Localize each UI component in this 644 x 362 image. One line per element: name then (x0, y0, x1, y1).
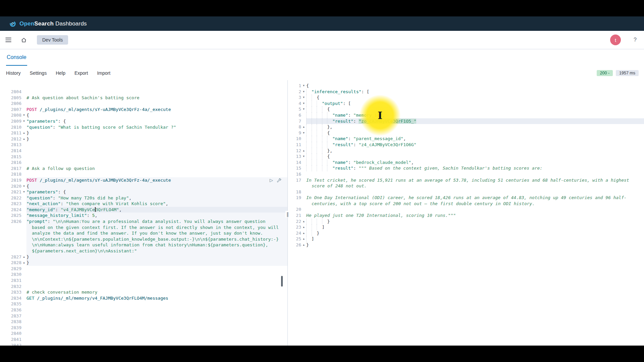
fold-toggle-icon[interactable]: ▴ (301, 230, 306, 236)
code-text[interactable]: "inference_results": [ (306, 89, 644, 95)
code-text[interactable]: In One Day International (ODI) career, h… (306, 195, 644, 206)
fold-toggle-icon[interactable]: ▾ (301, 106, 306, 112)
code-line-2823[interactable]: 2823"next_action": "then compare with Vi… (0, 201, 287, 207)
code-text[interactable] (26, 325, 287, 331)
code-text[interactable]: } (306, 230, 644, 236)
code-text[interactable] (306, 189, 644, 195)
code-text[interactable]: { (306, 106, 644, 112)
code-text[interactable] (306, 206, 644, 213)
code-line-2816[interactable]: 2816 (0, 160, 287, 166)
fold-toggle-icon[interactable]: ▴ (301, 236, 306, 242)
code-line-2813[interactable]: 2813 (0, 142, 287, 148)
code-line-2806[interactable]: 2806 (0, 101, 287, 107)
code-line-7[interactable]: 7"result": "zo_cAJMByVCe3QrF1O5_" (288, 118, 644, 124)
code-line-2814[interactable]: 2814 (0, 148, 287, 154)
code-text[interactable]: } (26, 260, 287, 266)
code-line-2817[interactable]: 2817# Ask a follow up question (0, 166, 287, 172)
code-text[interactable]: { (26, 112, 287, 118)
home-icon[interactable] (21, 37, 27, 43)
code-line-2820[interactable]: 2820▾{ (0, 183, 287, 189)
fold-toggle-icon[interactable]: ▾ (21, 112, 26, 118)
code-line-2835[interactable]: 2835 (0, 301, 287, 307)
code-text[interactable] (26, 154, 287, 160)
code-line-16[interactable]: 16 (288, 171, 644, 177)
code-line-9[interactable]: 9▾{ (288, 130, 644, 136)
fold-toggle-icon[interactable]: ▾ (301, 154, 306, 160)
code-line-21[interactable]: 21He played just one T20 International, … (288, 213, 644, 219)
code-text[interactable]: "result": """ Based on the context given… (306, 165, 644, 171)
code-line-5[interactable]: 5▾{ (288, 106, 644, 112)
code-text[interactable]: "result": "z4_cAJMByVCe3QrF1O6G" (306, 142, 644, 148)
fold-toggle-icon[interactable]: ▾ (301, 130, 306, 136)
menu-import[interactable]: Import (97, 70, 110, 76)
code-text[interactable]: ] (306, 224, 644, 230)
code-text[interactable]: "next_action": "then compare with Virat … (26, 201, 287, 207)
send-request-icon[interactable]: ▷ (270, 177, 273, 183)
code-line-10[interactable]: 10"name": "parent_message_id", (288, 136, 644, 142)
code-line-2821[interactable]: 2821▾"parameters": { (0, 189, 287, 195)
code-text[interactable]: "prompt": "\n\nHuman:You are a professio… (26, 219, 287, 254)
fold-toggle-icon[interactable]: ▴ (21, 260, 26, 266)
fold-toggle-icon[interactable]: ▾ (301, 83, 306, 89)
code-text[interactable]: }, (306, 124, 644, 130)
hamburger-menu-icon[interactable] (5, 38, 11, 42)
code-text[interactable]: } (26, 254, 287, 260)
menu-export[interactable]: Export (74, 70, 88, 76)
code-text[interactable]: "name": "bedrock_claude_model", (306, 160, 644, 166)
code-line-2838[interactable]: 2838 (0, 319, 287, 325)
code-line-23[interactable]: 23▴] (288, 224, 644, 230)
code-text[interactable] (26, 301, 287, 307)
code-text[interactable]: } (26, 130, 287, 136)
code-line-14[interactable]: 14"name": "bedrock_claude_model", (288, 160, 644, 166)
code-text[interactable] (26, 278, 287, 284)
code-line-2836[interactable]: 2836 (0, 307, 287, 313)
code-line-26[interactable]: 26▴} (288, 242, 644, 248)
code-line-2[interactable]: 2▾"inference_results": [ (288, 89, 644, 95)
code-text[interactable] (26, 142, 287, 148)
code-line-2837[interactable]: 2837 (0, 313, 287, 319)
help-icon[interactable]: ? (632, 37, 639, 43)
code-line-22[interactable]: 22▴} (288, 219, 644, 225)
fold-toggle-icon[interactable]: ▴ (21, 254, 26, 260)
fold-toggle-icon[interactable]: ▴ (301, 148, 306, 154)
code-line-2805[interactable]: 2805# Ask question about Sachin's battin… (0, 95, 287, 101)
code-text[interactable]: "parameters": { (26, 189, 287, 195)
code-line-2832[interactable]: 2832 (0, 284, 287, 290)
breadcrumb-dev-tools[interactable]: Dev Tools (37, 35, 68, 45)
code-text[interactable]: { (306, 130, 644, 136)
code-text[interactable]: "message_history_limit": 5, (26, 213, 287, 219)
code-text[interactable]: { (26, 183, 287, 189)
code-text[interactable]: "output": [ (306, 101, 644, 107)
fold-toggle-icon[interactable]: ▾ (21, 183, 26, 189)
fold-toggle-icon[interactable]: ▴ (21, 136, 26, 142)
code-text[interactable]: "name": "parent_message_id", (306, 136, 644, 142)
code-text[interactable] (26, 307, 287, 313)
code-line-24[interactable]: 24▴} (288, 230, 644, 236)
code-line-13[interactable]: 13▾{ (288, 154, 644, 160)
code-text[interactable] (26, 148, 287, 154)
fold-toggle-icon[interactable]: ▾ (21, 189, 26, 195)
code-line-2830[interactable]: 2830 (0, 272, 287, 278)
code-text[interactable] (26, 171, 287, 177)
code-line-12[interactable]: 12▴}, (288, 148, 644, 154)
code-line-2819[interactable]: 2819POST /_plugins/_ml/agents/sY-uAJMByV… (0, 177, 287, 183)
code-text[interactable] (26, 272, 287, 278)
code-line-2829[interactable]: 2829 (0, 266, 287, 272)
code-line-2812[interactable]: 2812▴} (0, 136, 287, 142)
code-text[interactable]: "memory_id": "v4_FAJMByVCe3QrFLO4M", (26, 207, 287, 213)
code-text[interactable]: "question": "What is batting score of Sa… (26, 124, 287, 130)
menu-settings[interactable]: Settings (30, 70, 47, 76)
code-text[interactable]: In Test cricket, he scored 15,921 runs a… (306, 177, 644, 189)
code-line-2815[interactable]: 2815 (0, 154, 287, 160)
code-line-2839[interactable]: 2839 (0, 325, 287, 331)
code-text[interactable] (26, 101, 287, 107)
code-text[interactable]: He played just one T20 International, sc… (306, 213, 644, 219)
code-line-2825[interactable]: 2825"message_history_limit": 5, (0, 213, 287, 219)
code-line-2822[interactable]: 2822"question": "How many T20s did he pl… (0, 195, 287, 201)
code-line-1[interactable]: 1▾{ (288, 83, 644, 89)
code-line-2833[interactable]: 2833# check conversation memory (0, 289, 287, 295)
code-text[interactable]: # Ask question about Sachin's batting sc… (26, 95, 287, 101)
code-text[interactable]: POST /_plugins/_ml/agents/sY-uAJMByVCe3Q… (26, 107, 287, 113)
code-text[interactable] (26, 337, 287, 343)
fold-toggle-icon[interactable]: ▴ (301, 242, 306, 248)
